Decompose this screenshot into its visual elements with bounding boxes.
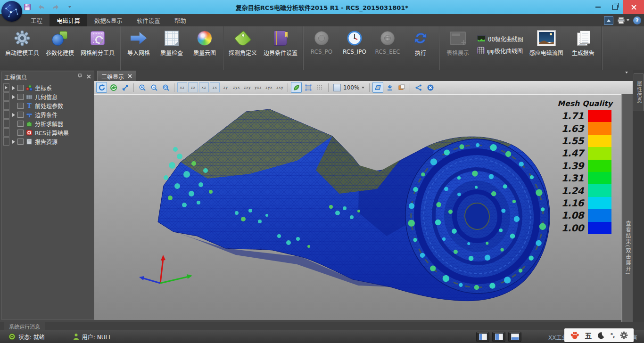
execute-button[interactable]: 执行 bbox=[404, 28, 437, 57]
tree-item-boundary-conditions[interactable]: 边界条件 bbox=[3, 110, 94, 119]
table-display-button[interactable]: 表格展示 bbox=[441, 28, 474, 57]
menu-tab-1[interactable]: 电磁计算 bbox=[50, 14, 87, 26]
induced-current-map-button[interactable]: 感应电磁流图 bbox=[526, 28, 567, 57]
menu-tab-2[interactable]: 数据&显示 bbox=[87, 14, 130, 26]
pin-icon[interactable] bbox=[78, 74, 82, 80]
app-logo-icon[interactable] bbox=[1, 1, 22, 22]
clock-icon bbox=[347, 29, 362, 48]
surface-select-button[interactable] bbox=[372, 82, 383, 93]
checkbox[interactable] bbox=[17, 112, 24, 118]
layout-split-button[interactable] bbox=[492, 332, 505, 342]
expand-arrow-icon[interactable] bbox=[12, 95, 15, 99]
results-collapsed-tab[interactable]: 查看结果(双击展开) bbox=[621, 94, 633, 322]
theta-polar-curve-button[interactable]: θθ极化曲线图 bbox=[477, 35, 523, 43]
collapse-ribbon-icon[interactable] bbox=[604, 16, 613, 25]
psi-polar-curve-button[interactable]: ψψ极化曲线图 bbox=[477, 47, 523, 55]
ime-settings-gear-icon[interactable] bbox=[620, 331, 628, 339]
ime-moon-icon[interactable] bbox=[597, 332, 605, 339]
expand-arrow-icon[interactable] bbox=[12, 140, 15, 144]
download-arrow-button[interactable] bbox=[384, 82, 395, 93]
axis-view-button-2[interactable]: xz bbox=[199, 82, 209, 92]
checkbox[interactable] bbox=[17, 130, 24, 136]
title-bar: 复杂目标RCS电磁分析软件2015 R1 - RCS_2015031801* bbox=[0, 0, 644, 14]
tree-item-report-resources[interactable]: 报告资源 bbox=[3, 137, 94, 146]
tree-item-geometry-info[interactable]: 几何信息 bbox=[3, 92, 94, 101]
expand-arrow-icon[interactable] bbox=[12, 86, 15, 90]
rcs-eec-button[interactable]: RCS_EEC bbox=[371, 28, 404, 56]
zoom-fit-button[interactable] bbox=[160, 82, 171, 93]
tree-item-preprocess-params[interactable]: T 前处理参数 bbox=[3, 101, 94, 110]
menu-tab-0[interactable]: 工程 bbox=[24, 14, 50, 26]
ime-wubi-mode[interactable]: 五 bbox=[585, 330, 592, 340]
panel-close-icon[interactable] bbox=[87, 74, 91, 80]
legend-row: 1.16 bbox=[557, 197, 613, 209]
quality-check-button[interactable]: 质量检查 bbox=[155, 28, 188, 57]
tab-close-icon[interactable] bbox=[128, 74, 132, 80]
undo-icon[interactable] bbox=[37, 2, 46, 12]
zoom-out-button[interactable] bbox=[149, 82, 159, 93]
legend-value: 1.00 bbox=[557, 222, 588, 234]
axis-view-button-7[interactable]: yxz bbox=[253, 82, 263, 92]
restore-button[interactable] bbox=[606, 0, 623, 14]
help-icon[interactable]: ? bbox=[633, 16, 641, 24]
viewport-3d[interactable]: Mesh Quality 1.711.631.551.471.391.311.2… bbox=[94, 94, 622, 320]
rcs-po-button[interactable]: RCS_PO bbox=[305, 28, 338, 56]
share-link-button[interactable] bbox=[413, 82, 424, 93]
close-button[interactable] bbox=[623, 0, 644, 14]
generate-report-button[interactable]: 生成报告 bbox=[567, 28, 600, 57]
pan-zoom-arrow-button[interactable] bbox=[120, 82, 131, 93]
tree-item-rcs-results[interactable]: RCS计算结果 bbox=[3, 128, 94, 137]
ime-punctuation-mode[interactable]: °, bbox=[610, 332, 614, 339]
checkbox[interactable] bbox=[17, 121, 24, 127]
mesh-partition-tool-button[interactable]: 网格剖分工具 bbox=[77, 28, 118, 57]
system-message-tab[interactable]: 系统运行消息 bbox=[4, 322, 45, 331]
save-icon[interactable] bbox=[23, 2, 32, 12]
axis-view-button-8[interactable]: zyx bbox=[264, 82, 274, 92]
smooth-shade-leaf-button[interactable] bbox=[291, 82, 302, 93]
axis-view-button-5[interactable]: zyx bbox=[231, 82, 241, 92]
book-icon bbox=[274, 29, 287, 48]
import-mesh-button[interactable]: 导入网格 bbox=[122, 28, 155, 57]
points-display-button[interactable] bbox=[314, 82, 325, 93]
redo-icon[interactable] bbox=[51, 2, 60, 12]
flat-shade-button[interactable] bbox=[303, 82, 314, 93]
detection-angle-button[interactable]: 探测角定义 bbox=[225, 28, 260, 57]
axis-view-button-6[interactable]: zxy bbox=[242, 82, 252, 92]
axis-view-button-0[interactable]: xz bbox=[177, 82, 187, 92]
minimize-button[interactable] bbox=[589, 0, 606, 14]
puzzle-icon bbox=[25, 121, 33, 127]
menu-tab-4[interactable]: 帮助 bbox=[167, 14, 193, 26]
orbit-view-button[interactable] bbox=[108, 82, 119, 93]
zoom-level-select[interactable]: 100% bbox=[331, 84, 366, 91]
zoom-in-button[interactable] bbox=[137, 82, 148, 93]
layout-bottom-panel-button[interactable] bbox=[508, 332, 521, 342]
parametric-modeling-button[interactable]: 参数化建模 bbox=[42, 28, 77, 57]
rcs-ipo-button[interactable]: RCS_IPO bbox=[338, 28, 371, 56]
checkbox[interactable] bbox=[17, 103, 24, 109]
checkbox[interactable] bbox=[17, 139, 24, 145]
layout-left-panel-button[interactable] bbox=[476, 332, 489, 342]
property-info-tab[interactable]: 属性信息 bbox=[634, 74, 644, 111]
launch-modeling-tool-button[interactable]: 启动建模工具 bbox=[2, 28, 42, 57]
menu-tab-3[interactable]: 软件设置 bbox=[130, 14, 167, 26]
boundary-condition-button[interactable]: 边界条件设置 bbox=[260, 28, 301, 57]
tree-item-coordinate-system[interactable]: 坐标系 bbox=[3, 83, 94, 92]
expand-arrow-icon[interactable] bbox=[12, 113, 15, 117]
screenshot-capture-button[interactable] bbox=[396, 82, 407, 93]
ime-paw-icon[interactable] bbox=[570, 331, 579, 340]
legend-color-cell bbox=[588, 147, 611, 159]
checkbox[interactable] bbox=[17, 94, 24, 100]
tab-3d-display[interactable]: 三维显示 bbox=[97, 71, 136, 82]
axis-view-button-4[interactable]: zy bbox=[221, 82, 231, 92]
qat-dropdown-icon[interactable] bbox=[65, 2, 74, 12]
rotate-view-button[interactable] bbox=[96, 82, 107, 93]
mesh-quality-legend: Mesh Quality 1.711.631.551.471.391.311.2… bbox=[557, 99, 613, 234]
print-menu-button[interactable] bbox=[617, 17, 629, 24]
quality-cloud-button[interactable]: 质量云图 bbox=[188, 28, 221, 57]
axis-view-button-3[interactable]: zx bbox=[210, 82, 220, 92]
checkbox[interactable] bbox=[17, 85, 24, 91]
tree-item-analysis-solver[interactable]: 分析求解器 bbox=[3, 119, 94, 128]
axis-view-button-9[interactable]: zxy bbox=[275, 82, 285, 92]
close-results-button[interactable] bbox=[425, 82, 436, 93]
axis-view-button-1[interactable]: zx bbox=[188, 82, 198, 92]
